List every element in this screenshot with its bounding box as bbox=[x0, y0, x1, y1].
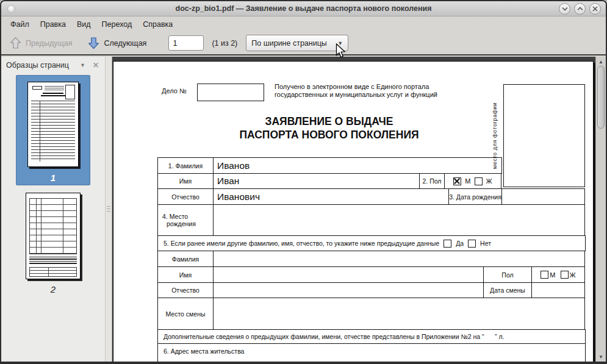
patronymic-value: Иванович bbox=[213, 188, 449, 205]
scrollbar-thumb[interactable] bbox=[597, 66, 605, 129]
sidebar-title: Образцы страниц bbox=[6, 61, 74, 70]
thumbnail-page-1-preview bbox=[27, 82, 79, 167]
prev-patronymic-empty bbox=[213, 282, 484, 298]
no-checkbox bbox=[468, 240, 476, 248]
menu-edit[interactable]: Правка bbox=[35, 18, 71, 30]
page-count-label: (1 из 2) bbox=[212, 39, 237, 48]
question5-row: 5. Если ранее имели другие фамилию, имя,… bbox=[157, 235, 586, 251]
next-page-button[interactable]: Следующая bbox=[83, 34, 150, 52]
menu-help[interactable]: Справка bbox=[137, 18, 178, 30]
sex-label: 2. Пол bbox=[419, 173, 445, 189]
change-place-label: Место смены bbox=[157, 298, 214, 330]
thumbnail-page-2[interactable]: 2 bbox=[26, 185, 81, 294]
menu-go[interactable]: Переход bbox=[96, 18, 138, 30]
birthdate-label: 3. Дата рождения bbox=[448, 188, 502, 205]
appendix-note: Дополнительные сведения о предыдущих фам… bbox=[157, 329, 586, 344]
previous-page-label: Предыдущая bbox=[26, 39, 72, 48]
menu-file[interactable]: Файл bbox=[5, 18, 35, 30]
prev-sex-cell: М Ж bbox=[531, 266, 585, 283]
name-label: Имя bbox=[157, 173, 214, 189]
form-title: ЗАЯВЛЕНИЕ О ВЫДАЧЕ ПАСПОРТА НОВОГО ПОКОЛ… bbox=[156, 115, 502, 141]
chevron-down-icon bbox=[562, 7, 568, 11]
splitter-grip-icon bbox=[107, 206, 110, 213]
window-title: doc-zp_bio1.pdf — Заявление о выдаче пас… bbox=[176, 4, 432, 13]
prev-female-checkbox bbox=[561, 271, 569, 279]
arrow-up-icon bbox=[9, 36, 23, 50]
titlebar[interactable]: doc-zp_bio1.pdf — Заявление о выдаче пас… bbox=[1, 1, 606, 16]
chevron-up-icon bbox=[577, 7, 583, 11]
close-icon bbox=[592, 6, 598, 12]
thumbnails-sidebar: Образцы страниц ▼ ✕ 1 2 bbox=[1, 57, 105, 362]
female-checkbox bbox=[475, 177, 483, 185]
zoom-mode-dropdown[interactable]: По ширине страницы ▼ bbox=[246, 35, 348, 51]
surname-label: 1. Фамилия bbox=[157, 157, 214, 174]
name-value: Иван bbox=[213, 173, 420, 189]
prev-male-checkbox bbox=[541, 271, 548, 279]
previous-page-button[interactable]: Предыдущая bbox=[5, 34, 76, 52]
form-table: 1. Фамилия Иванов Имя Иван 2. Пол М Ж bbox=[157, 157, 586, 362]
birthplace-value-empty bbox=[213, 204, 585, 236]
thumbnail-page-2-preview bbox=[26, 193, 81, 279]
sex-cell: М Ж bbox=[444, 173, 501, 189]
document-view: Дело № Получено в электронном виде с Еди… bbox=[112, 57, 606, 362]
change-date-label: Дата смены bbox=[483, 282, 532, 298]
prev-surname-label: Фамилия bbox=[157, 251, 214, 267]
window-menu-icon[interactable] bbox=[7, 5, 15, 13]
minimize-button[interactable] bbox=[559, 3, 570, 15]
change-place-empty bbox=[213, 298, 585, 330]
menubar: Файл Правка Вид Переход Справка bbox=[1, 17, 606, 32]
yes-checkbox bbox=[444, 240, 451, 248]
case-number-label: Дело № bbox=[162, 87, 187, 95]
case-number-box bbox=[197, 84, 264, 101]
page-number-input[interactable] bbox=[168, 35, 204, 51]
prev-surname-empty bbox=[213, 251, 585, 267]
patronymic-label: Отчество bbox=[157, 188, 214, 205]
zoom-mode-value: По ширине страницы bbox=[251, 39, 327, 48]
next-page-label: Следующая bbox=[104, 39, 146, 48]
thumbnail-page-1[interactable]: 1 bbox=[16, 75, 90, 185]
birthdate-value-empty bbox=[501, 188, 585, 205]
thumbnail-page-2-number: 2 bbox=[51, 284, 56, 294]
birthplace-label: 4. Месторождения bbox=[157, 204, 214, 236]
prev-name-label: Имя bbox=[157, 266, 214, 283]
chevron-down-icon: ▼ bbox=[337, 40, 343, 46]
surname-value: Иванов bbox=[213, 157, 502, 174]
sidebar-header: Образцы страниц ▼ ✕ bbox=[1, 57, 105, 73]
maximize-button[interactable] bbox=[574, 3, 586, 15]
toolbar: Предыдущая Следующая (1 из 2) По ширине … bbox=[1, 32, 606, 55]
scroll-up-icon[interactable]: ▲ bbox=[596, 57, 606, 66]
sidebar-close-icon[interactable]: ✕ bbox=[92, 61, 100, 70]
male-checkbox-checked bbox=[453, 177, 461, 185]
close-button[interactable] bbox=[589, 3, 601, 15]
prev-name-empty bbox=[213, 266, 484, 283]
application-window: doc-zp_bio1.pdf — Заявление о выдаче пас… bbox=[0, 0, 607, 364]
received-note: Получено в электронном виде с Единого по… bbox=[275, 83, 445, 99]
sidebar-splitter[interactable] bbox=[105, 57, 112, 362]
scroll-down-icon[interactable]: ▼ bbox=[596, 352, 606, 361]
arrow-down-icon bbox=[87, 36, 101, 50]
change-date-empty bbox=[531, 282, 585, 298]
vertical-scrollbar[interactable]: ▲ ▼ bbox=[595, 57, 606, 362]
pdf-page: Дело № Получено в электронном виде с Еди… bbox=[113, 61, 594, 362]
address-label: 6. Адрес места жительства bbox=[157, 343, 586, 362]
thumbnail-page-1-number: 1 bbox=[51, 173, 56, 183]
sidebar-dropdown-icon[interactable]: ▼ bbox=[77, 61, 88, 70]
prev-sex-label: Пол bbox=[483, 266, 532, 283]
prev-patronymic-label: Отчество bbox=[157, 282, 214, 298]
menu-view[interactable]: Вид bbox=[71, 18, 96, 30]
